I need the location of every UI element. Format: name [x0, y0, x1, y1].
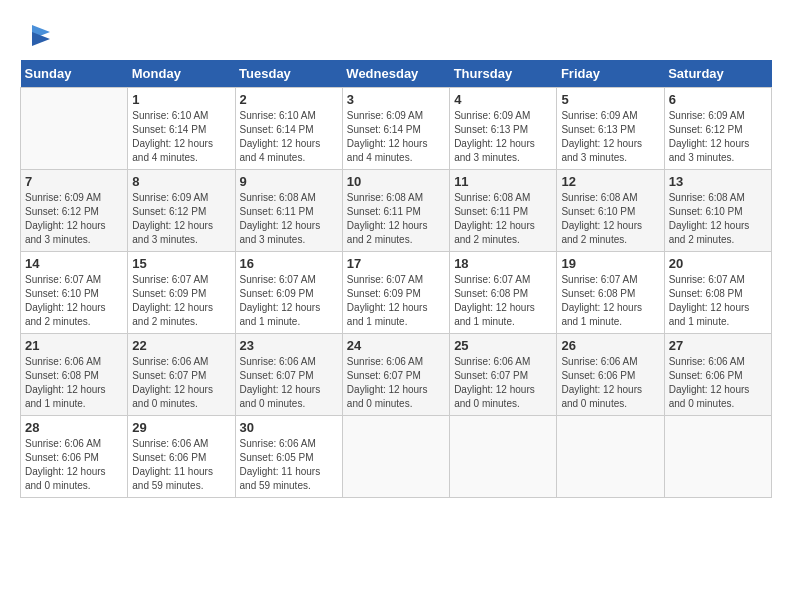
day-info: Sunrise: 6:06 AM Sunset: 6:07 PM Dayligh… [454, 355, 552, 411]
day-number: 7 [25, 174, 123, 189]
calendar-week-3: 21Sunrise: 6:06 AM Sunset: 6:08 PM Dayli… [21, 334, 772, 416]
day-info: Sunrise: 6:06 AM Sunset: 6:07 PM Dayligh… [347, 355, 445, 411]
day-info: Sunrise: 6:06 AM Sunset: 6:07 PM Dayligh… [132, 355, 230, 411]
calendar-cell: 20Sunrise: 6:07 AM Sunset: 6:08 PM Dayli… [664, 252, 771, 334]
day-number: 4 [454, 92, 552, 107]
day-info: Sunrise: 6:09 AM Sunset: 6:13 PM Dayligh… [454, 109, 552, 165]
day-info: Sunrise: 6:07 AM Sunset: 6:08 PM Dayligh… [454, 273, 552, 329]
day-number: 19 [561, 256, 659, 271]
day-info: Sunrise: 6:06 AM Sunset: 6:05 PM Dayligh… [240, 437, 338, 493]
day-info: Sunrise: 6:06 AM Sunset: 6:08 PM Dayligh… [25, 355, 123, 411]
day-info: Sunrise: 6:09 AM Sunset: 6:12 PM Dayligh… [132, 191, 230, 247]
calendar-cell: 9Sunrise: 6:08 AM Sunset: 6:11 PM Daylig… [235, 170, 342, 252]
day-info: Sunrise: 6:07 AM Sunset: 6:08 PM Dayligh… [669, 273, 767, 329]
day-number: 11 [454, 174, 552, 189]
day-info: Sunrise: 6:08 AM Sunset: 6:11 PM Dayligh… [240, 191, 338, 247]
calendar-cell: 21Sunrise: 6:06 AM Sunset: 6:08 PM Dayli… [21, 334, 128, 416]
calendar-cell: 3Sunrise: 6:09 AM Sunset: 6:14 PM Daylig… [342, 88, 449, 170]
day-info: Sunrise: 6:07 AM Sunset: 6:08 PM Dayligh… [561, 273, 659, 329]
day-number: 17 [347, 256, 445, 271]
day-number: 10 [347, 174, 445, 189]
calendar-cell: 8Sunrise: 6:09 AM Sunset: 6:12 PM Daylig… [128, 170, 235, 252]
day-info: Sunrise: 6:08 AM Sunset: 6:11 PM Dayligh… [347, 191, 445, 247]
calendar-cell: 15Sunrise: 6:07 AM Sunset: 6:09 PM Dayli… [128, 252, 235, 334]
day-number: 16 [240, 256, 338, 271]
day-number: 3 [347, 92, 445, 107]
calendar-cell: 25Sunrise: 6:06 AM Sunset: 6:07 PM Dayli… [450, 334, 557, 416]
day-info: Sunrise: 6:08 AM Sunset: 6:10 PM Dayligh… [669, 191, 767, 247]
day-number: 25 [454, 338, 552, 353]
calendar-cell: 26Sunrise: 6:06 AM Sunset: 6:06 PM Dayli… [557, 334, 664, 416]
day-number: 9 [240, 174, 338, 189]
day-info: Sunrise: 6:09 AM Sunset: 6:13 PM Dayligh… [561, 109, 659, 165]
calendar-cell: 29Sunrise: 6:06 AM Sunset: 6:06 PM Dayli… [128, 416, 235, 498]
calendar-header-saturday: Saturday [664, 60, 771, 88]
calendar-cell: 4Sunrise: 6:09 AM Sunset: 6:13 PM Daylig… [450, 88, 557, 170]
calendar-cell: 14Sunrise: 6:07 AM Sunset: 6:10 PM Dayli… [21, 252, 128, 334]
logo [20, 20, 52, 50]
day-info: Sunrise: 6:07 AM Sunset: 6:09 PM Dayligh… [240, 273, 338, 329]
day-number: 5 [561, 92, 659, 107]
day-number: 20 [669, 256, 767, 271]
day-number: 24 [347, 338, 445, 353]
calendar-cell: 12Sunrise: 6:08 AM Sunset: 6:10 PM Dayli… [557, 170, 664, 252]
day-info: Sunrise: 6:08 AM Sunset: 6:10 PM Dayligh… [561, 191, 659, 247]
calendar-cell: 2Sunrise: 6:10 AM Sunset: 6:14 PM Daylig… [235, 88, 342, 170]
day-number: 12 [561, 174, 659, 189]
calendar-cell: 24Sunrise: 6:06 AM Sunset: 6:07 PM Dayli… [342, 334, 449, 416]
calendar-header-sunday: Sunday [21, 60, 128, 88]
calendar-week-2: 14Sunrise: 6:07 AM Sunset: 6:10 PM Dayli… [21, 252, 772, 334]
calendar-header-row: SundayMondayTuesdayWednesdayThursdayFrid… [21, 60, 772, 88]
calendar-table: SundayMondayTuesdayWednesdayThursdayFrid… [20, 60, 772, 498]
day-number: 14 [25, 256, 123, 271]
day-number: 23 [240, 338, 338, 353]
day-info: Sunrise: 6:07 AM Sunset: 6:09 PM Dayligh… [132, 273, 230, 329]
day-number: 18 [454, 256, 552, 271]
day-info: Sunrise: 6:07 AM Sunset: 6:10 PM Dayligh… [25, 273, 123, 329]
day-info: Sunrise: 6:06 AM Sunset: 6:06 PM Dayligh… [561, 355, 659, 411]
calendar-cell: 6Sunrise: 6:09 AM Sunset: 6:12 PM Daylig… [664, 88, 771, 170]
calendar-week-1: 7Sunrise: 6:09 AM Sunset: 6:12 PM Daylig… [21, 170, 772, 252]
page-header [20, 20, 772, 50]
day-number: 6 [669, 92, 767, 107]
day-info: Sunrise: 6:10 AM Sunset: 6:14 PM Dayligh… [240, 109, 338, 165]
calendar-cell: 17Sunrise: 6:07 AM Sunset: 6:09 PM Dayli… [342, 252, 449, 334]
calendar-cell: 13Sunrise: 6:08 AM Sunset: 6:10 PM Dayli… [664, 170, 771, 252]
calendar-header-friday: Friday [557, 60, 664, 88]
calendar-cell [21, 88, 128, 170]
day-number: 21 [25, 338, 123, 353]
calendar-header-wednesday: Wednesday [342, 60, 449, 88]
day-number: 30 [240, 420, 338, 435]
day-number: 26 [561, 338, 659, 353]
calendar-cell [557, 416, 664, 498]
calendar-cell [664, 416, 771, 498]
day-number: 1 [132, 92, 230, 107]
day-number: 22 [132, 338, 230, 353]
day-info: Sunrise: 6:09 AM Sunset: 6:12 PM Dayligh… [669, 109, 767, 165]
calendar-cell: 16Sunrise: 6:07 AM Sunset: 6:09 PM Dayli… [235, 252, 342, 334]
calendar-body: 1Sunrise: 6:10 AM Sunset: 6:14 PM Daylig… [21, 88, 772, 498]
day-info: Sunrise: 6:06 AM Sunset: 6:06 PM Dayligh… [25, 437, 123, 493]
logo-icon [22, 20, 52, 50]
day-info: Sunrise: 6:10 AM Sunset: 6:14 PM Dayligh… [132, 109, 230, 165]
calendar-header-tuesday: Tuesday [235, 60, 342, 88]
calendar-cell: 18Sunrise: 6:07 AM Sunset: 6:08 PM Dayli… [450, 252, 557, 334]
day-info: Sunrise: 6:06 AM Sunset: 6:06 PM Dayligh… [669, 355, 767, 411]
day-number: 27 [669, 338, 767, 353]
calendar-week-0: 1Sunrise: 6:10 AM Sunset: 6:14 PM Daylig… [21, 88, 772, 170]
calendar-cell: 23Sunrise: 6:06 AM Sunset: 6:07 PM Dayli… [235, 334, 342, 416]
calendar-cell: 30Sunrise: 6:06 AM Sunset: 6:05 PM Dayli… [235, 416, 342, 498]
calendar-week-4: 28Sunrise: 6:06 AM Sunset: 6:06 PM Dayli… [21, 416, 772, 498]
day-number: 2 [240, 92, 338, 107]
calendar-cell: 28Sunrise: 6:06 AM Sunset: 6:06 PM Dayli… [21, 416, 128, 498]
calendar-cell: 5Sunrise: 6:09 AM Sunset: 6:13 PM Daylig… [557, 88, 664, 170]
day-info: Sunrise: 6:09 AM Sunset: 6:12 PM Dayligh… [25, 191, 123, 247]
day-info: Sunrise: 6:07 AM Sunset: 6:09 PM Dayligh… [347, 273, 445, 329]
calendar-cell [450, 416, 557, 498]
day-number: 8 [132, 174, 230, 189]
calendar-cell: 22Sunrise: 6:06 AM Sunset: 6:07 PM Dayli… [128, 334, 235, 416]
calendar-header-thursday: Thursday [450, 60, 557, 88]
calendar-cell: 11Sunrise: 6:08 AM Sunset: 6:11 PM Dayli… [450, 170, 557, 252]
calendar-cell [342, 416, 449, 498]
day-number: 28 [25, 420, 123, 435]
